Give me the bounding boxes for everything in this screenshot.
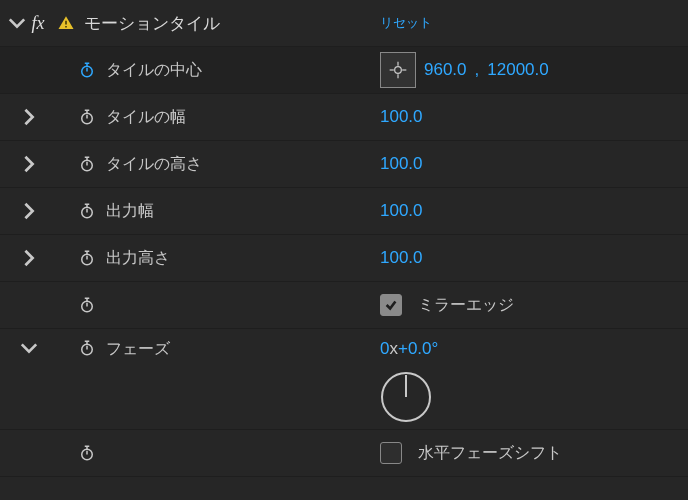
effect-name[interactable]: モーションタイル [84,12,220,35]
prop-row-horizontal-phase-shift: 水平フェーズシフト [0,430,688,477]
stopwatch-icon[interactable] [74,155,100,173]
stopwatch-icon[interactable] [74,444,100,462]
prop-twisty[interactable] [20,249,38,267]
point-target-button[interactable] [380,52,416,88]
horizontal-phase-shift-label: 水平フェーズシフト [418,443,562,464]
prop-label[interactable]: 出力高さ [106,248,170,269]
value-x[interactable]: 960.0 [424,60,467,80]
value-sep: , [475,60,480,80]
prop-label[interactable]: タイルの中心 [106,60,202,81]
value[interactable]: 100.0 [380,248,423,268]
svg-rect-1 [65,26,67,28]
value-y[interactable]: 12000.0 [487,60,548,80]
prop-label[interactable]: 出力幅 [106,201,154,222]
svg-rect-0 [65,21,67,25]
prop-label[interactable]: タイルの幅 [106,107,186,128]
value[interactable]: 100.0 [380,107,423,127]
fx-icon: fx [26,13,50,34]
phase-sep: x [389,339,398,358]
phase-dial[interactable] [380,371,432,423]
warning-icon [54,14,78,32]
stopwatch-icon[interactable] [74,249,100,267]
prop-label[interactable]: タイルの高さ [106,154,202,175]
prop-row-tile-height: タイルの高さ 100.0 [0,141,688,188]
mirror-edges-checkbox[interactable] [380,294,402,316]
stopwatch-icon[interactable] [74,339,100,357]
effect-header-row: fx モーションタイル リセット [0,0,688,47]
prop-row-output-height: 出力高さ 100.0 [0,235,688,282]
prop-twisty[interactable] [20,339,38,357]
prop-row-tile-width: タイルの幅 100.0 [0,94,688,141]
prop-twisty[interactable] [20,155,38,173]
prop-row-output-width: 出力幅 100.0 [0,188,688,235]
prop-label[interactable]: フェーズ [106,339,170,360]
horizontal-phase-shift-checkbox[interactable] [380,442,402,464]
reset-link[interactable]: リセット [380,14,432,32]
effect-twisty[interactable] [8,14,26,32]
prop-row-mirror-edges: ミラーエッジ [0,282,688,329]
prop-twisty[interactable] [20,202,38,220]
stopwatch-icon[interactable] [74,296,100,314]
phase-degrees[interactable]: +0.0° [398,339,438,358]
value[interactable]: 100.0 [380,201,423,221]
value[interactable]: 100.0 [380,154,423,174]
mirror-edges-label: ミラーエッジ [418,295,514,316]
svg-point-6 [395,67,402,74]
prop-row-phase: フェーズ 0x+0.0° [0,329,688,430]
stopwatch-icon[interactable] [74,202,100,220]
effect-panel: fx モーションタイル リセット タイルの中心 960.0,12000.0 [0,0,688,500]
stopwatch-icon[interactable] [74,108,100,126]
prop-twisty[interactable] [20,108,38,126]
prop-row-tile-center: タイルの中心 960.0,12000.0 [0,47,688,94]
stopwatch-icon[interactable] [74,61,100,79]
